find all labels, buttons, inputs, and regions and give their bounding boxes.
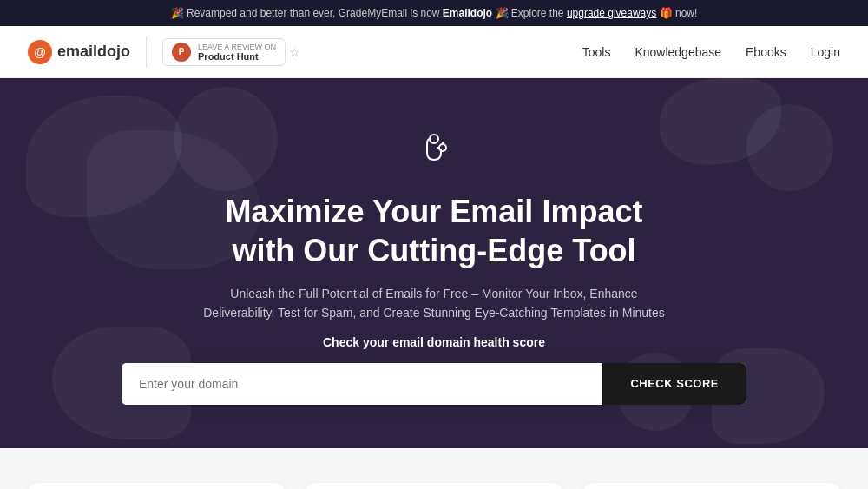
nav-login[interactable]: Login — [811, 45, 840, 59]
ph-name: Product Hunt — [198, 51, 276, 62]
navbar-divider — [146, 36, 147, 68]
product-hunt-icon: P — [172, 43, 191, 62]
svg-point-0 — [430, 135, 438, 143]
card-design: Email Design Top Email Design Tools for … — [306, 483, 562, 489]
search-bar: CHECK SCORE — [122, 363, 746, 405]
logo[interactable]: @ emaildojo — [28, 40, 130, 64]
logo-icon: @ — [28, 40, 52, 64]
banner-brand: Emaildojo — [443, 7, 492, 19]
ph-label: LEAVE A REVIEW ON — [198, 43, 276, 51]
main-nav: Tools Knowledgebase Ebooks Login — [582, 45, 840, 59]
top-banner: 🎉 Revamped and better than ever, GradeMy… — [0, 0, 868, 26]
nav-tools[interactable]: Tools — [582, 45, 611, 59]
card-authentication: Email Authentication Top Email Authentic… — [583, 483, 840, 489]
nav-ebooks[interactable]: Ebooks — [746, 45, 786, 59]
hero-cta-label: Check your email domain health score — [17, 335, 851, 349]
banner-link[interactable]: upgrade giveaways — [567, 7, 656, 19]
hero-subtitle: Unleash the Full Potential of Emails for… — [200, 284, 668, 323]
navbar: @ emaildojo P LEAVE A REVIEW ON Product … — [0, 26, 868, 78]
card-deliverability: Email Deliverability Best Email Delivera… — [28, 483, 285, 489]
check-score-button[interactable]: CHECK SCORE — [602, 363, 746, 405]
product-hunt-badge[interactable]: P LEAVE A REVIEW ON Product Hunt — [162, 38, 286, 66]
star-icon[interactable]: ☆ — [289, 45, 300, 59]
banner-text: 🎉 Revamped and better than ever, GradeMy… — [171, 7, 698, 19]
svg-point-1 — [439, 144, 446, 151]
hero-section: Maximize Your Email Impact with Our Cutt… — [0, 78, 868, 448]
nav-knowledgebase[interactable]: Knowledgebase — [635, 45, 721, 59]
cards-section: Email Deliverability Best Email Delivera… — [0, 448, 868, 489]
logo-text: emaildojo — [57, 43, 130, 61]
domain-input[interactable] — [122, 363, 602, 405]
hero-title: Maximize Your Email Impact with Our Cutt… — [17, 192, 851, 270]
hero-icon — [17, 130, 851, 176]
